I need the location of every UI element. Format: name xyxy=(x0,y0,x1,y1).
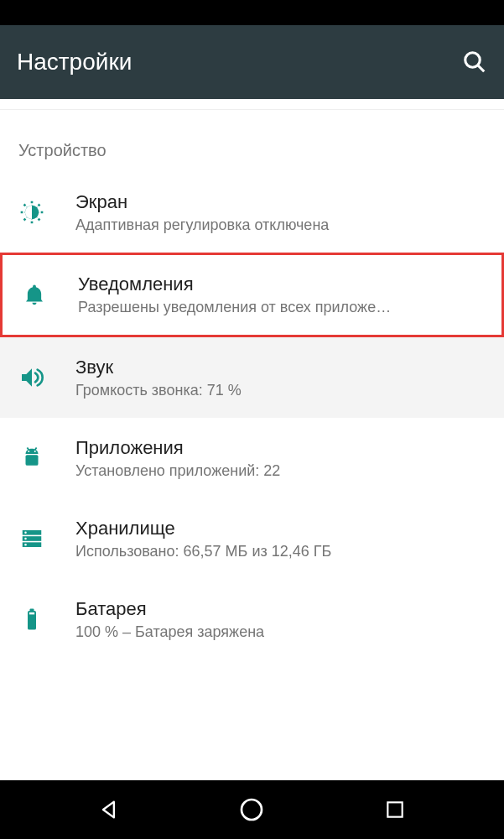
settings-list: Устройство Экран Адаптивная регулировка … xyxy=(0,99,504,659)
search-button[interactable] xyxy=(462,50,487,75)
settings-item-notifications[interactable]: Уведомления Разрешены уведомления от все… xyxy=(0,253,504,337)
search-icon xyxy=(462,50,487,75)
circle-home-icon xyxy=(238,796,265,823)
item-subtitle: Использовано: 66,57 МБ из 12,46 ГБ xyxy=(75,543,486,560)
svg-line-6 xyxy=(27,448,29,451)
square-recents-icon xyxy=(384,799,406,821)
svg-point-11 xyxy=(24,532,27,534)
page-title: Настройки xyxy=(17,49,132,76)
svg-point-4 xyxy=(34,451,36,452)
item-text: Хранилище Использовано: 66,57 МБ из 12,4… xyxy=(75,518,486,560)
section-header-device: Устройство xyxy=(0,126,504,172)
svg-point-0 xyxy=(465,53,481,68)
volume-icon xyxy=(18,364,45,391)
settings-item-sound[interactable]: Звук Громкость звонка: 71 % xyxy=(0,337,504,418)
item-text: Батарея 100 % – Батарея заряжена xyxy=(75,598,486,641)
item-text: Приложения Установлено приложений: 22 xyxy=(75,437,486,480)
svg-rect-16 xyxy=(29,612,34,615)
recents-button[interactable] xyxy=(380,795,410,825)
svg-point-12 xyxy=(24,538,27,540)
battery-icon xyxy=(18,606,45,633)
brightness-icon xyxy=(18,199,45,226)
storage-icon xyxy=(18,525,45,552)
settings-item-storage[interactable]: Хранилище Использовано: 66,57 МБ из 12,4… xyxy=(0,498,504,579)
item-subtitle: Громкость звонка: 71 % xyxy=(75,382,486,399)
svg-line-7 xyxy=(35,448,37,451)
navigation-bar xyxy=(0,780,504,839)
svg-rect-18 xyxy=(387,802,402,816)
svg-point-17 xyxy=(242,800,262,820)
item-subtitle: Адаптивная регулировка отключена xyxy=(75,216,486,234)
svg-point-13 xyxy=(24,544,27,546)
item-subtitle: 100 % – Батарея заряжена xyxy=(75,623,486,641)
item-text: Уведомления Разрешены уведомления от все… xyxy=(78,274,483,316)
settings-item-apps[interactable]: Приложения Установлено приложений: 22 xyxy=(0,418,504,498)
item-title: Хранилище xyxy=(75,518,486,539)
section-divider xyxy=(0,109,504,126)
bell-icon xyxy=(21,282,48,309)
item-subtitle: Установлено приложений: 22 xyxy=(75,462,486,480)
item-text: Звук Громкость звонка: 71 % xyxy=(75,357,486,399)
svg-rect-5 xyxy=(26,455,39,466)
home-button[interactable] xyxy=(236,795,267,825)
back-button[interactable] xyxy=(94,795,124,825)
item-text: Экран Адаптивная регулировка отключена xyxy=(75,191,486,234)
item-title: Приложения xyxy=(75,437,486,459)
svg-point-3 xyxy=(28,451,29,452)
settings-item-battery[interactable]: Батарея 100 % – Батарея заряжена xyxy=(0,579,504,659)
status-bar xyxy=(0,0,504,25)
svg-rect-15 xyxy=(30,609,34,612)
settings-item-display[interactable]: Экран Адаптивная регулировка отключена xyxy=(0,172,504,253)
app-bar: Настройки xyxy=(0,25,504,99)
triangle-back-icon xyxy=(97,798,121,821)
android-icon xyxy=(18,445,45,472)
item-title: Батарея xyxy=(75,598,486,620)
item-title: Звук xyxy=(75,357,486,378)
item-title: Уведомления xyxy=(78,274,483,295)
item-title: Экран xyxy=(75,191,486,213)
item-subtitle: Разрешены уведомления от всех приложе… xyxy=(78,299,483,316)
svg-line-1 xyxy=(478,65,485,72)
